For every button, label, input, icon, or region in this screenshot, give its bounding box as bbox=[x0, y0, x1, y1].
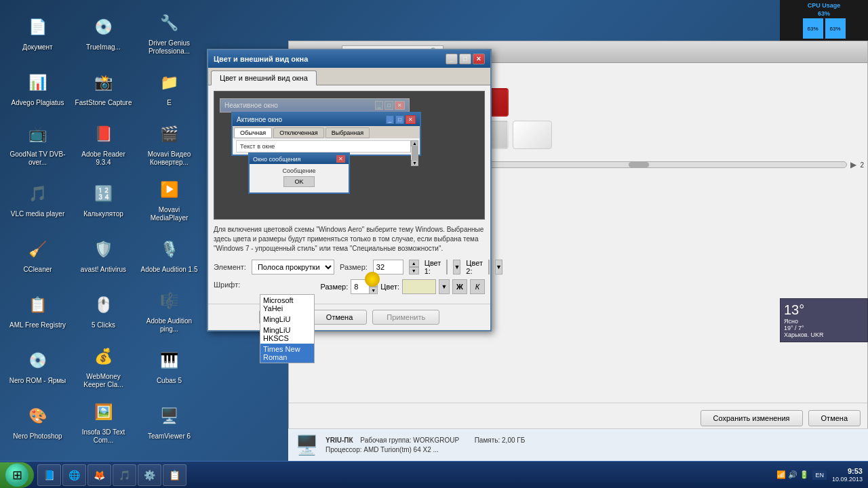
cpu-usage: 63% bbox=[818, 10, 830, 17]
active-max: □ bbox=[395, 115, 404, 124]
scrollbar-up-arrow[interactable]: ▲ bbox=[411, 140, 418, 146]
preview-scrollbar[interactable]: ▲ ▼ bbox=[410, 140, 418, 152]
systray: 📶 🔊 🔋 bbox=[773, 470, 812, 479]
icon-nero[interactable]: 💿 Nero ROM - Ярмы bbox=[5, 339, 70, 393]
taskbar-item-app1[interactable]: 📋 bbox=[163, 464, 186, 486]
icon-teamviewer6[interactable]: 🖥️ TeamViewer 6 bbox=[137, 394, 201, 449]
icon-webmoney[interactable]: 💰 WebMoney Keeper Cla... bbox=[71, 339, 136, 393]
save-changes-button[interactable]: Сохранить изменения bbox=[701, 410, 803, 426]
pc-workgroup: Рабочая группа: WORKGROUP bbox=[360, 436, 459, 444]
cpu-cores: 63% 63% bbox=[803, 18, 846, 39]
cpu-core0: 63% bbox=[803, 18, 823, 39]
icon-adobe-audition2[interactable]: 🎼 Adobe Audition ping... bbox=[137, 283, 201, 338]
active-title-buttons: _ □ ✕ bbox=[386, 115, 416, 124]
icon-insofa-3d[interactable]: 🖼️ Insofa 3D Text Com... bbox=[71, 394, 136, 449]
scrollbar-thumb[interactable] bbox=[412, 146, 418, 160]
preview-inactive-window: Неактивное окно _ □ ✕ bbox=[220, 98, 410, 113]
pc-memory: Память: 2,00 ГБ bbox=[475, 436, 526, 444]
icon-5clicks[interactable]: 🖱️ 5 Clicks bbox=[71, 283, 136, 338]
font-mingliU-hkscs[interactable]: MingLiU HKSCS bbox=[260, 325, 314, 344]
slider-value: 2 bbox=[860, 161, 864, 169]
preview-active-title: Активное окно _ □ ✕ bbox=[233, 113, 420, 126]
dialog-minimize-button[interactable]: _ bbox=[446, 54, 458, 64]
icon-driver-genius[interactable]: 🔧 Driver Genius Professiona... bbox=[137, 5, 201, 60]
msgbox-close[interactable]: ✕ bbox=[336, 155, 345, 163]
icon-trueimage[interactable]: 💿 TrueImag... bbox=[71, 5, 136, 60]
taskbar-item-music[interactable]: 🎵 bbox=[113, 464, 136, 486]
start-orb: ⊞ bbox=[5, 464, 28, 487]
font-color-dropdown[interactable] bbox=[402, 279, 436, 294]
icon-e[interactable]: 📁 Е bbox=[137, 61, 201, 115]
language-indicator[interactable]: EN bbox=[812, 470, 827, 480]
taskbar-clock: 9:53 10.09.2013 bbox=[827, 466, 868, 484]
icon-faststone[interactable]: 📸 FastStone Capture bbox=[71, 61, 136, 115]
icon-movavi-video[interactable]: 🎬 Movavi Видео Конвертер... bbox=[137, 117, 201, 171]
icon-advego[interactable]: 📊 Advego Plagiatus bbox=[5, 61, 70, 115]
icon-aml[interactable]: 📋 AML Free Registry bbox=[5, 283, 70, 338]
scrollbar-down-arrow[interactable]: ▼ bbox=[411, 160, 418, 166]
cpu-widget: CPU Usage 63% 63% 63% bbox=[780, 0, 868, 41]
font-row: Шрифт: Microsoft YaHei MingLiU MingLiU H… bbox=[214, 279, 485, 294]
pc-info-bar: 🖥️ YRIU-ПК Рабочая группа: WORKGROUP Пам… bbox=[288, 428, 868, 461]
icon-vlc[interactable]: 🎵 VLC media player bbox=[5, 172, 70, 226]
preview-area: Неактивное окно _ □ ✕ Активное окно _ bbox=[214, 91, 485, 220]
taskbar-item-ie-icon: 🌐 bbox=[68, 470, 80, 481]
font-size-down[interactable]: ▼ bbox=[369, 287, 378, 294]
preview-tab-detached: Отключенная bbox=[273, 127, 323, 138]
font-microsoft-yahei[interactable]: Microsoft YaHei bbox=[260, 295, 314, 314]
icon-adobe-reader[interactable]: 📕 Adobe Reader 9.3.4 bbox=[71, 117, 136, 171]
font-size-section: Размер: ▲ ▼ Цвет: ▼ Ж К bbox=[320, 279, 485, 294]
color1-dropdown[interactable] bbox=[446, 260, 448, 274]
main-dialog: Цвет и внешний вид окна _ □ ✕ Цвет и вне… bbox=[207, 49, 492, 331]
icon-avast[interactable]: 🛡️ avast! Antivirus bbox=[71, 228, 136, 282]
size-input-1[interactable] bbox=[373, 260, 403, 274]
desktop-icons-area: 📄 Документ 💿 TrueImag... 🔧 Driver Genius… bbox=[0, 0, 210, 420]
dialog-content: Неактивное окно _ □ ✕ Активное окно _ bbox=[208, 85, 490, 304]
dialog-apply-button[interactable]: Применить bbox=[372, 310, 439, 325]
inactive-title-text: Неактивное окно bbox=[224, 102, 278, 109]
font-mingliU[interactable]: MingLiU bbox=[260, 314, 314, 325]
dialog-titlebar-buttons: _ □ ✕ bbox=[446, 54, 485, 64]
icon-adobe-audition[interactable]: 🎙️ Adobe Audition 1.5 bbox=[137, 228, 201, 282]
dialog-close-button[interactable]: ✕ bbox=[473, 54, 485, 64]
color1-arrow[interactable]: ▼ bbox=[453, 260, 460, 274]
active-min: _ bbox=[386, 115, 394, 124]
swatch-white[interactable] bbox=[513, 121, 552, 149]
taskbar-item-settings-icon: ⚙️ bbox=[144, 470, 155, 481]
dialog-cancel-button[interactable]: Отмена bbox=[312, 310, 367, 325]
icon-goodnat[interactable]: 📺 GoodNat TV DVB-over... bbox=[5, 117, 70, 171]
italic-button[interactable]: К bbox=[470, 279, 485, 294]
element-dropdown[interactable]: Полоса прокрутки bbox=[252, 260, 334, 274]
color2-arrow[interactable]: ▼ bbox=[495, 260, 502, 274]
weather-widget: 13° Ясно 19° / 7° Харьков. UKR bbox=[780, 298, 868, 342]
pc-icon: 🖥️ bbox=[295, 434, 319, 456]
icon-document[interactable]: 📄 Документ bbox=[5, 5, 70, 60]
font-color-arrow[interactable]: ▼ bbox=[439, 279, 450, 294]
cancel-panel-button[interactable]: Отмена bbox=[808, 410, 861, 426]
taskbar-item-settings[interactable]: ⚙️ bbox=[138, 464, 161, 486]
icon-calculator[interactable]: 🔢 Калькулятор bbox=[71, 172, 136, 226]
scrollbar-track bbox=[411, 146, 418, 160]
slider-thumb[interactable] bbox=[629, 162, 649, 167]
taskbar-item-word[interactable]: 📘 bbox=[37, 464, 61, 486]
slider-right-arrow[interactable]: ▶ bbox=[850, 160, 856, 169]
msgbox-text: Сообщение bbox=[253, 167, 345, 174]
font-times-new-roman[interactable]: Times New Roman bbox=[260, 344, 314, 363]
size-up-button[interactable]: ▲ bbox=[409, 260, 419, 267]
icon-movavi2[interactable]: ▶️ Movavi MediaPlayer bbox=[137, 172, 201, 226]
dialog-maximize-button[interactable]: □ bbox=[459, 54, 471, 64]
color2-dropdown[interactable] bbox=[488, 260, 490, 274]
dialog-tab-main[interactable]: Цвет и внешний вид окна bbox=[211, 70, 317, 85]
bold-button[interactable]: Ж bbox=[452, 279, 467, 294]
icon-cubas[interactable]: 🎹 Cubas 5 bbox=[137, 339, 201, 393]
taskbar-item-ie[interactable]: 🌐 bbox=[62, 464, 86, 486]
taskbar-item-firefox[interactable]: 🦊 bbox=[87, 464, 111, 486]
icon-nero-photoshop[interactable]: 🎨 Nero Photoshop bbox=[5, 394, 70, 449]
size-down-button[interactable]: ▼ bbox=[409, 267, 419, 274]
dialog-titlebar: Цвет и внешний вид окна _ □ ✕ bbox=[208, 50, 490, 68]
description-text: Для включения цветовой схемы "Windows Ae… bbox=[214, 225, 485, 253]
icon-ccleaner[interactable]: 🧹 CCleaner bbox=[5, 228, 70, 282]
preview-msgbox-content: Сообщение OK bbox=[250, 164, 349, 192]
msgbox-ok-button[interactable]: OK bbox=[283, 176, 314, 187]
start-button[interactable]: ⊞ bbox=[0, 462, 34, 488]
